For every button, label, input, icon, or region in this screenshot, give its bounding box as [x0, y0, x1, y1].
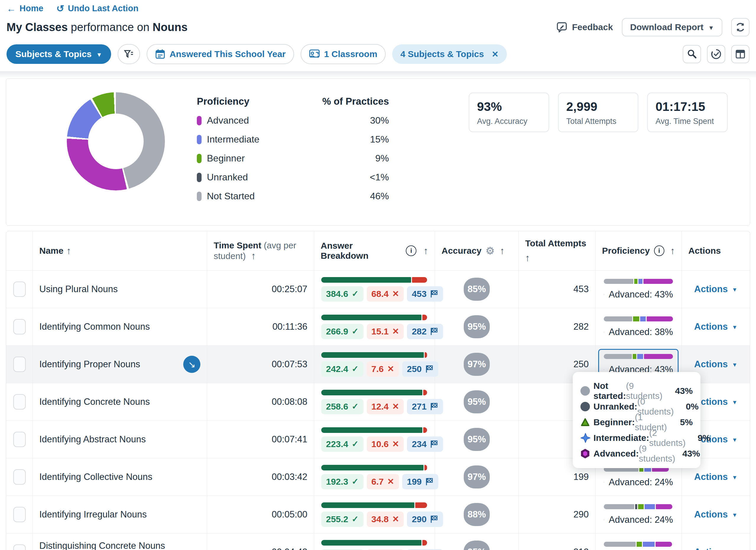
page-title: My Classes performance on Nouns: [7, 21, 188, 34]
select-all-cell: [6, 231, 33, 270]
intermediate-star-icon: [580, 433, 590, 443]
incorrect-count-pill[interactable]: 34.8✕: [367, 512, 404, 527]
total-answers-pill[interactable]: 250: [402, 361, 438, 377]
row-checkbox[interactable]: [13, 544, 26, 550]
subjects-topics-label: Subjects & Topics: [15, 49, 92, 59]
incorrect-count-pill[interactable]: 6.7✕: [367, 474, 399, 489]
skill-name[interactable]: Identifying Collective Nouns: [39, 471, 153, 483]
x-icon: ✕: [392, 327, 399, 336]
actions-dropdown[interactable]: Actions▼: [694, 322, 738, 332]
skill-name[interactable]: Identifying Concrete Nouns: [39, 396, 150, 408]
clock-check-icon: [710, 48, 722, 60]
tooltip-row-beginner: Beginner: (1 student) 5%: [580, 412, 693, 428]
col-header-proficiency[interactable]: Proficiency i ↑: [596, 231, 682, 270]
total-answers-pill[interactable]: 199: [402, 474, 438, 489]
correct-count-pill[interactable]: 255.2✓: [321, 512, 364, 527]
subjects-topics-chip[interactable]: 4 Subjects & Topics ✕: [392, 44, 507, 64]
skill-name[interactable]: Identifying Common Nouns: [39, 321, 150, 333]
row-checkbox[interactable]: [13, 319, 26, 335]
proficiency-cell[interactable]: Advanced: 24%: [604, 467, 673, 488]
accuracy-badge: 95%: [464, 390, 490, 413]
actions-dropdown[interactable]: Actions▼: [694, 284, 738, 295]
row-checkbox[interactable]: [13, 282, 26, 297]
incorrect-count-pill[interactable]: 10.6✕: [367, 437, 404, 452]
time-spent-value: 00:11:36: [207, 308, 314, 346]
sort-arrow-icon[interactable]: ↑: [670, 245, 675, 256]
info-icon[interactable]: i: [654, 245, 664, 256]
actions-dropdown[interactable]: Actions▼: [694, 472, 738, 482]
proficiency-breakdown-tooltip: Not started: (9 students) 43% Unranked: …: [573, 372, 700, 468]
info-icon[interactable]: i: [406, 245, 416, 256]
row-checkbox[interactable]: [13, 357, 26, 372]
incorrect-count-pill[interactable]: 12.4✕: [367, 399, 404, 414]
sort-arrow-icon[interactable]: ↑: [424, 245, 428, 256]
columns-button[interactable]: [731, 45, 749, 63]
classroom-filter[interactable]: 1 Classroom: [301, 44, 386, 64]
row-checkbox[interactable]: [13, 394, 26, 410]
filter-funnel-button[interactable]: [118, 44, 140, 64]
proficiency-cell[interactable]: Advanced: 38%: [604, 317, 673, 338]
col-header-name[interactable]: Name↑: [33, 231, 207, 270]
close-icon[interactable]: ✕: [491, 49, 498, 59]
correct-count-pill[interactable]: 295.9✓: [321, 549, 364, 550]
drill-down-button[interactable]: ↘: [183, 356, 200, 373]
date-range-filter[interactable]: Answered This School Year: [147, 44, 294, 64]
row-checkbox[interactable]: [13, 432, 26, 447]
correct-count-pill[interactable]: 223.4✓: [321, 437, 364, 452]
advanced-hexagon-icon: [604, 289, 604, 300]
sort-arrow-icon[interactable]: ↑: [66, 245, 71, 256]
incorrect-count-pill[interactable]: 7.6✕: [367, 361, 399, 377]
x-icon: ✕: [392, 402, 399, 411]
incorrect-count-pill[interactable]: 15.1✕: [367, 324, 404, 339]
subjects-topics-button[interactable]: Subjects & Topics ▼: [7, 44, 111, 64]
answer-breakdown-bar: [321, 352, 427, 358]
download-report-button[interactable]: Download Report ▼: [622, 18, 722, 36]
attempts-value: 290: [519, 496, 596, 533]
gear-icon[interactable]: ⚙: [486, 245, 494, 257]
sort-arrow-icon[interactable]: ↑: [525, 252, 530, 263]
row-checkbox[interactable]: [13, 507, 26, 522]
feedback-button[interactable]: Feedback: [557, 22, 613, 33]
skill-name[interactable]: Using Plural Nouns: [39, 283, 118, 296]
actions-dropdown[interactable]: Actions▼: [694, 509, 738, 520]
correct-count-pill[interactable]: 192.3✓: [321, 474, 364, 489]
row-checkbox[interactable]: [13, 469, 26, 485]
actions-dropdown[interactable]: Actions▼: [694, 359, 738, 370]
skill-name[interactable]: Distinguishing Concrete Nouns from Abstr…: [39, 540, 177, 550]
subjects-topics-chip-label: 4 Subjects & Topics: [400, 49, 484, 59]
search-button[interactable]: [683, 45, 701, 63]
sort-arrow-icon[interactable]: ↑: [500, 245, 505, 256]
classroom-filter-label: 1 Classroom: [324, 49, 377, 59]
time-spent-value: 00:05:00: [207, 496, 314, 533]
skill-name[interactable]: Identifying Abstract Nouns: [39, 433, 146, 446]
correct-count-pill[interactable]: 242.4✓: [321, 361, 364, 377]
undo-last-action-link[interactable]: ↺ Undo Last Action: [56, 4, 139, 13]
advanced-hexagon-icon: [604, 327, 604, 338]
skill-name[interactable]: Identifying Proper Nouns: [39, 358, 140, 371]
legend-item-not-started: Not Started 46%: [197, 191, 389, 202]
col-header-accuracy[interactable]: Accuracy ⚙ ↑: [435, 231, 519, 270]
correct-count-pill[interactable]: 266.9✓: [321, 324, 364, 339]
chevron-down-icon: ▼: [732, 362, 737, 368]
actions-dropdown[interactable]: Actions▼: [694, 397, 738, 407]
sort-arrow-icon[interactable]: ↑: [251, 250, 256, 261]
proficiency-cell[interactable]: Advanced: 24%: [604, 542, 673, 550]
correct-count-pill[interactable]: 258.6✓: [321, 399, 364, 414]
refresh-button[interactable]: [731, 18, 749, 36]
proficiency-mini-bar: [604, 354, 673, 359]
skill-name[interactable]: Identifying Irregular Nouns: [39, 508, 147, 521]
home-link[interactable]: ← Home: [7, 4, 43, 13]
col-header-total-attempts[interactable]: Total Attempts ↑: [519, 231, 596, 270]
recent-activity-button[interactable]: [707, 45, 725, 63]
actions-dropdown[interactable]: Actions▼: [694, 547, 738, 550]
proficiency-cell[interactable]: Advanced: 24%: [604, 504, 673, 525]
col-header-answer-breakdown[interactable]: Answer Breakdown i ↑: [314, 231, 435, 270]
feedback-label: Feedback: [572, 22, 613, 32]
incorrect-count-pill[interactable]: 68.4✕: [367, 286, 404, 302]
proficiency-cell[interactable]: Advanced: 43%: [604, 279, 673, 300]
table-row: Identifying Common Nouns 00:11:36 266.9✓…: [6, 308, 750, 346]
incorrect-count-pill[interactable]: 16.1✕: [367, 549, 404, 550]
col-header-time-spent[interactable]: Time Spent (avg per student) ↑: [207, 231, 314, 270]
answer-breakdown-bar: [321, 540, 427, 546]
correct-count-pill[interactable]: 384.6✓: [321, 286, 364, 302]
